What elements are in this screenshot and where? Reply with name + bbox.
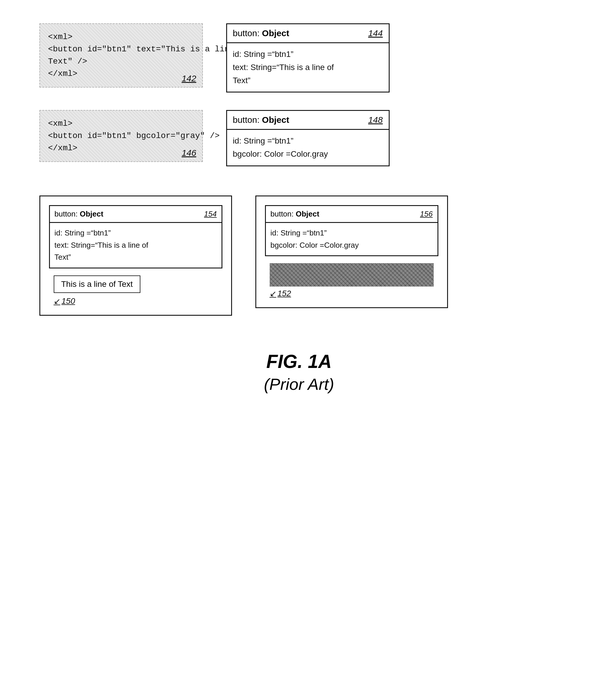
figure-subtitle: (Prior Art) — [40, 375, 559, 394]
middle-row: <xml> <button id="btn1" bgcolor="gray" /… — [40, 110, 559, 166]
inner-object-box-154: button: Object 154 id: String =“btn1” te… — [49, 205, 222, 269]
large-box-right: button: Object 156 id: String =“btn1” bg… — [255, 196, 448, 308]
gray-preview-container: 152 — [270, 263, 434, 299]
xml-box-146: <xml> <button id="btn1" bgcolor="gray" /… — [40, 110, 203, 162]
object-body-148: id: String =“btn1” bgcolor: Color =Color… — [227, 130, 389, 166]
object-title-148: button: Object — [233, 115, 289, 125]
object-header-144: button: Object 144 — [227, 24, 389, 43]
figure-title: FIG. 1A — [40, 351, 559, 372]
button-preview-container: This is a line of Text 150 — [54, 275, 222, 306]
top-row: <xml> <button id="btn1" text="This is a … — [40, 23, 559, 93]
inner-object-body-154: id: String =“btn1” text: String=“This is… — [50, 223, 222, 268]
large-box-left: button: Object 154 id: String =“btn1” te… — [40, 196, 232, 316]
object-number-148: 148 — [368, 115, 382, 125]
inner-object-number-156: 156 — [420, 209, 432, 219]
inner-object-number-154: 154 — [204, 209, 217, 219]
inner-object-header-154: button: Object 154 — [50, 206, 222, 223]
xml-code-146: <xml> <button id="btn1" bgcolor="gray" /… — [48, 118, 194, 154]
callout-150: 150 — [54, 297, 222, 306]
inner-object-title-156: button: Object — [271, 209, 320, 219]
inner-object-title-154: button: Object — [55, 209, 104, 219]
inner-object-header-156: button: Object 156 — [266, 206, 438, 223]
figure-caption: FIG. 1A (Prior Art) — [40, 351, 559, 394]
gray-preview-152 — [270, 263, 434, 286]
callout-152: 152 — [270, 289, 434, 299]
object-header-148: button: Object 148 — [227, 111, 389, 130]
object-body-144: id: String =“btn1” text: String=“This is… — [227, 43, 389, 92]
button-preview-150: This is a line of Text — [54, 275, 141, 293]
xml-code-142: <xml> <button id="btn1" text="This is a … — [48, 31, 194, 80]
label-142: 142 — [181, 74, 196, 83]
page-content: <xml> <button id="btn1" text="This is a … — [22, 12, 576, 405]
xml-box-142: <xml> <button id="btn1" text="This is a … — [40, 23, 203, 88]
object-title-144: button: Object — [233, 28, 289, 38]
label-146: 146 — [181, 148, 196, 158]
bottom-row: button: Object 154 id: String =“btn1” te… — [40, 196, 559, 316]
object-box-148: button: Object 148 id: String =“btn1” bg… — [226, 110, 390, 166]
object-box-144: button: Object 144 id: String =“btn1” te… — [226, 23, 390, 93]
object-number-144: 144 — [368, 28, 382, 38]
inner-object-body-156: id: String =“btn1” bgcolor: Color =Color… — [266, 223, 438, 255]
inner-object-box-156: button: Object 156 id: String =“btn1” bg… — [265, 205, 438, 256]
